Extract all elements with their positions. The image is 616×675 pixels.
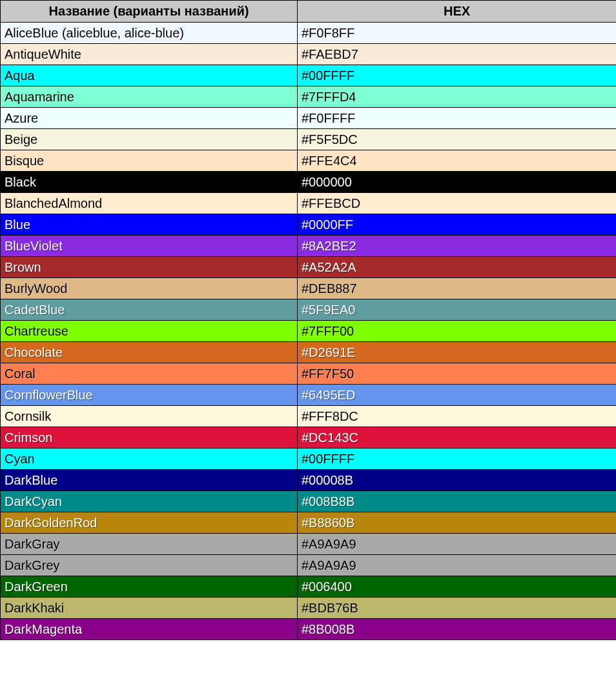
color-name-cell: DarkKhaki: [1, 598, 298, 619]
table-row: Bisque#FFE4C4: [1, 150, 617, 172]
header-name: Название (варианты названий): [1, 1, 298, 23]
color-hex-cell: #D2691E: [298, 342, 617, 363]
color-name-cell: Azure: [1, 108, 298, 129]
table-body: AliceBlue (aliceblue, alice-blue)#F0F8FF…: [1, 23, 617, 640]
table-row: DarkBlue#00008B: [1, 470, 617, 491]
color-hex-cell: #F0FFFF: [298, 108, 617, 129]
color-name-cell: BlueViolet: [1, 236, 298, 257]
table-row: DarkKhaki#BDB76B: [1, 598, 617, 619]
color-hex-cell: #A52A2A: [298, 257, 617, 278]
table-row: Beige#F5F5DC: [1, 129, 617, 150]
color-name-cell: Aqua: [1, 65, 298, 86]
table-row: Aquamarine#7FFFD4: [1, 86, 617, 108]
color-name-cell: Beige: [1, 129, 298, 150]
color-name-cell: DarkCyan: [1, 491, 298, 512]
table-row: Chartreuse#7FFF00: [1, 321, 617, 342]
color-hex-cell: #7FFF00: [298, 321, 617, 342]
color-name-cell: Bisque: [1, 150, 298, 172]
color-hex-cell: #FFEBCD: [298, 193, 617, 214]
color-name-cell: Chartreuse: [1, 321, 298, 342]
color-hex-cell: #FFF8DC: [298, 406, 617, 427]
table-row: Blue#0000FF: [1, 214, 617, 236]
table-row: Coral#FF7F50: [1, 363, 617, 385]
header-hex: HEX: [298, 1, 617, 23]
table-row: DarkGrey#A9A9A9: [1, 555, 617, 576]
color-hex-cell: #DEB887: [298, 278, 617, 299]
color-hex-cell: #B8860B: [298, 512, 617, 534]
table-row: BlanchedAlmond#FFEBCD: [1, 193, 617, 214]
color-hex-cell: #6495ED: [298, 385, 617, 406]
table-row: Crimson#DC143C: [1, 427, 617, 448]
table-row: AliceBlue (aliceblue, alice-blue)#F0F8FF: [1, 23, 617, 44]
table-row: Azure#F0FFFF: [1, 108, 617, 129]
table-row: DarkMagenta#8B008B: [1, 619, 617, 640]
color-hex-cell: #FAEBD7: [298, 44, 617, 65]
color-hex-cell: #006400: [298, 576, 617, 598]
color-name-cell: DarkGreen: [1, 576, 298, 598]
color-name-cell: Crimson: [1, 427, 298, 448]
color-hex-cell: #A9A9A9: [298, 555, 617, 576]
color-hex-cell: #8A2BE2: [298, 236, 617, 257]
table-row: Black#000000: [1, 172, 617, 193]
color-name-cell: DarkGoldenRod: [1, 512, 298, 534]
table-row: CadetBlue#5F9EA0: [1, 299, 617, 321]
color-name-cell: DarkGray: [1, 534, 298, 555]
table-row: BurlyWood#DEB887: [1, 278, 617, 299]
table-row: Aqua#00FFFF: [1, 65, 617, 86]
color-hex-cell: #0000FF: [298, 214, 617, 236]
table-row: Cyan#00FFFF: [1, 448, 617, 470]
table-row: BlueViolet#8A2BE2: [1, 236, 617, 257]
table-row: AntiqueWhite#FAEBD7: [1, 44, 617, 65]
color-hex-cell: #F0F8FF: [298, 23, 617, 44]
color-name-cell: Cornsilk: [1, 406, 298, 427]
table-row: Chocolate#D2691E: [1, 342, 617, 363]
table-header-row: Название (варианты названий) HEX: [1, 1, 617, 23]
table-row: CornflowerBlue#6495ED: [1, 385, 617, 406]
color-name-cell: DarkGrey: [1, 555, 298, 576]
color-hex-cell: #F5F5DC: [298, 129, 617, 150]
color-name-cell: CadetBlue: [1, 299, 298, 321]
color-hex-cell: #008B8B: [298, 491, 617, 512]
color-table: Название (варианты названий) HEX AliceBl…: [0, 0, 616, 640]
color-name-cell: DarkBlue: [1, 470, 298, 491]
color-name-cell: Cyan: [1, 448, 298, 470]
color-hex-cell: #00008B: [298, 470, 617, 491]
color-hex-cell: #BDB76B: [298, 598, 617, 619]
color-hex-cell: #000000: [298, 172, 617, 193]
color-name-cell: CornflowerBlue: [1, 385, 298, 406]
color-name-cell: AntiqueWhite: [1, 44, 298, 65]
color-name-cell: Blue: [1, 214, 298, 236]
table-row: DarkGreen#006400: [1, 576, 617, 598]
color-name-cell: DarkMagenta: [1, 619, 298, 640]
table-row: Cornsilk#FFF8DC: [1, 406, 617, 427]
color-hex-cell: #8B008B: [298, 619, 617, 640]
color-hex-cell: #7FFFD4: [298, 86, 617, 108]
table-row: DarkGray#A9A9A9: [1, 534, 617, 555]
color-hex-cell: #00FFFF: [298, 65, 617, 86]
color-hex-cell: #DC143C: [298, 427, 617, 448]
color-hex-cell: #FF7F50: [298, 363, 617, 385]
color-name-cell: Brown: [1, 257, 298, 278]
color-name-cell: Coral: [1, 363, 298, 385]
color-name-cell: Chocolate: [1, 342, 298, 363]
color-name-cell: BurlyWood: [1, 278, 298, 299]
color-name-cell: Aquamarine: [1, 86, 298, 108]
color-hex-cell: #FFE4C4: [298, 150, 617, 172]
table-row: DarkGoldenRod#B8860B: [1, 512, 617, 534]
color-hex-cell: #00FFFF: [298, 448, 617, 470]
color-hex-cell: #A9A9A9: [298, 534, 617, 555]
color-name-cell: AliceBlue (aliceblue, alice-blue): [1, 23, 298, 44]
color-name-cell: Black: [1, 172, 298, 193]
table-row: DarkCyan#008B8B: [1, 491, 617, 512]
color-hex-cell: #5F9EA0: [298, 299, 617, 321]
table-row: Brown#A52A2A: [1, 257, 617, 278]
color-name-cell: BlanchedAlmond: [1, 193, 298, 214]
